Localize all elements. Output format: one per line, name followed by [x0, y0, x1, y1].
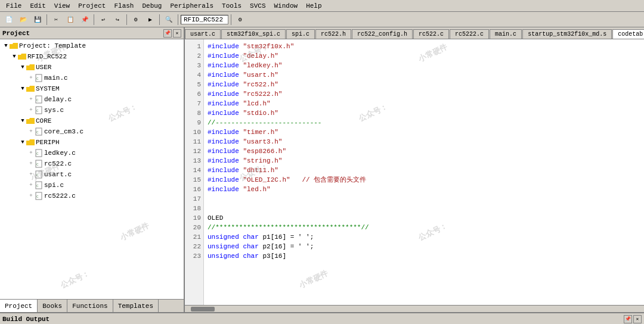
code-line-2: #include "delay.h" [208, 51, 640, 61]
tree-item-usart_c[interactable]: +Cusart.c [0, 169, 184, 180]
project-name-field[interactable]: RFID_RC522 [181, 15, 228, 24]
build-close-btn[interactable]: ✕ [633, 315, 642, 323]
menu-edit[interactable]: Edit [26, 2, 49, 10]
menu-svcs[interactable]: SVCS [246, 2, 269, 10]
tree-item-user[interactable]: ▼USER [0, 62, 184, 73]
line-num-3: 3 [185, 61, 201, 70]
code-line-1: #include "stm32f10x.h" [208, 42, 640, 51]
menu-help[interactable]: Help [302, 2, 325, 10]
open-btn[interactable]: 📂 [17, 14, 30, 26]
sep3 [126, 14, 127, 25]
cut-btn[interactable]: ✂ [49, 14, 63, 26]
redo-btn[interactable]: ↪ [111, 14, 124, 26]
left-tab-books[interactable]: Books [38, 300, 67, 312]
editor-tab-usartc[interactable]: usart.c [185, 29, 221, 39]
code-line-19: OLED [208, 213, 640, 223]
svg-text:C: C [36, 195, 39, 199]
panel-pin-btn[interactable]: 📌 [163, 29, 172, 38]
menu-window[interactable]: Window [271, 2, 302, 10]
tree-item-core_cm3[interactable]: +Ccore_cm3.c [0, 126, 184, 137]
project-tree[interactable]: ▼Project: Template▼RFID_RC522▼USER+Cmain… [0, 39, 184, 299]
tree-item-rfid[interactable]: ▼RFID_RC522 [0, 51, 184, 62]
menu-view[interactable]: View [51, 2, 73, 10]
code-line-9: //--------------------------- [208, 118, 640, 127]
tree-item-main_c[interactable]: +Cmain.c [0, 73, 184, 83]
undo-btn[interactable]: ↩ [97, 14, 110, 26]
build-panel-controls: 📌 ✕ [624, 315, 642, 323]
code-content[interactable]: #include "stm32f10x.h"#include "delay.h"… [204, 39, 644, 305]
tree-label-core_cm3: core_cm3.c [44, 128, 83, 135]
code-line-3: #include "ledkey.h" [208, 61, 640, 70]
editor-tab-stm32f10xspic[interactable]: stm32f10x_spi.c [221, 29, 286, 39]
editor-tab-rc5222c[interactable]: rc5222.c [450, 29, 489, 39]
tree-item-sys_c[interactable]: +Csys.c [0, 105, 184, 116]
tree-item-spi_c[interactable]: +Cspi.c [0, 180, 184, 191]
menu-project[interactable]: Project [75, 2, 109, 10]
tree-label-rfid: RFID_RC522 [27, 53, 67, 60]
svg-text:C: C [36, 163, 39, 167]
code-line-17 [208, 194, 640, 204]
sep6 [231, 14, 231, 25]
panel-close-btn[interactable]: ✕ [173, 29, 181, 38]
tree-item-periph[interactable]: ▼PERIPH [0, 137, 184, 148]
tree-label-main_c: main.c [44, 74, 68, 82]
line-num-16: 16 [185, 185, 201, 194]
svg-text:C: C [36, 109, 39, 113]
tree-item-delay_c[interactable]: +Cdelay.c [0, 94, 184, 105]
menu-debug[interactable]: Debug [138, 2, 165, 10]
editor-tab-rc522c[interactable]: rc522.c [413, 29, 449, 39]
line-num-7: 7 [185, 99, 201, 108]
menu-peripherals[interactable]: Peripherals [166, 2, 217, 10]
svg-text:C: C [36, 184, 39, 188]
code-line-23: unsigned char p3[16] [208, 251, 640, 261]
find-btn[interactable]: 🔍 [162, 14, 175, 26]
line-num-18: 18 [185, 204, 201, 213]
save-btn[interactable]: 💾 [31, 14, 44, 26]
menu-tools[interactable]: Tools [218, 2, 245, 10]
code-line-6: #include "rc5222.h" [208, 89, 640, 99]
editor-tab-rc522h[interactable]: rc522.h [315, 29, 351, 39]
line-num-15: 15 [185, 175, 201, 185]
editor-tab-mainc[interactable]: main.c [490, 29, 522, 39]
menubar: FileEditViewProjectFlashDebugPeripherals… [0, 0, 644, 12]
code-line-22: unsigned char p2[16] = ' '; [208, 242, 640, 251]
tree-item-system[interactable]: ▼SYSTEM [0, 83, 184, 94]
paste-btn[interactable]: 📌 [78, 14, 91, 26]
tree-item-core[interactable]: ▼CORE [0, 116, 184, 126]
tree-item-template[interactable]: ▼Project: Template [0, 40, 184, 51]
code-editor[interactable]: 1234567891011121314151617181920212223 #i… [185, 39, 644, 305]
line-num-4: 4 [185, 70, 201, 80]
left-tab-functions[interactable]: Functions [67, 300, 113, 312]
debug-btn[interactable]: ▶ [144, 14, 157, 26]
tree-item-rc522_c[interactable]: +Crc522.c [0, 158, 184, 169]
left-tab-project[interactable]: Project [0, 300, 38, 312]
tree-label-rc5222_c: rc5222.c [44, 192, 76, 200]
left-tab-templates[interactable]: Templates [113, 300, 159, 312]
menu-flash[interactable]: Flash [110, 2, 137, 10]
sep2 [94, 14, 94, 25]
scroll-thumb[interactable] [191, 307, 215, 311]
horizontal-scrollbar[interactable] [185, 305, 644, 312]
code-line-18 [208, 204, 640, 213]
code-line-14: #include "dht11.h" [208, 166, 640, 175]
editor-tab-rc522configh[interactable]: rc522_config.h [352, 29, 413, 39]
code-line-16: #include "led.h" [208, 185, 640, 194]
editor-tab-codetabh[interactable]: codetab.h✕ [612, 29, 644, 39]
line-num-23: 23 [185, 251, 201, 261]
panel-title: Project [2, 30, 30, 37]
tree-item-rc5222_c[interactable]: +Crc5222.c [0, 191, 184, 201]
tree-label-core: CORE [36, 117, 51, 124]
svg-text:C: C [36, 98, 39, 102]
new-btn[interactable]: 📄 [2, 14, 16, 26]
tree-item-ledkey_c[interactable]: +Cledkey.c [0, 148, 184, 158]
build-pin-btn[interactable]: 📌 [624, 315, 632, 323]
menu-file[interactable]: File [2, 2, 25, 10]
editor-tab-startupstm32f10xmds[interactable]: startup_stm32f10x_md.s [522, 29, 612, 39]
editor-tab-spic[interactable]: spi.c [286, 29, 315, 39]
code-line-12: #include "esp8266.h" [208, 147, 640, 156]
build-btn[interactable]: ⚙ [129, 14, 143, 26]
copy-btn[interactable]: 📋 [64, 14, 77, 26]
config-btn[interactable]: ⚙ [234, 14, 247, 26]
line-num-8: 8 [185, 108, 201, 118]
line-num-13: 13 [185, 156, 201, 166]
